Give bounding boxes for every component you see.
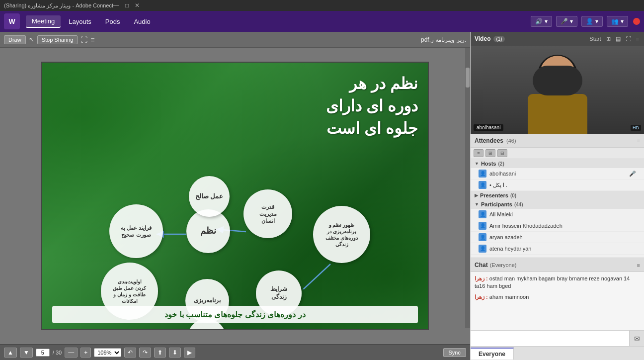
video-count: (1) <box>493 36 504 42</box>
window-controls[interactable]: — □ ✕ <box>113 2 140 9</box>
mic-icon: 🎤 <box>561 18 568 25</box>
video-hd-badge: HD <box>631 125 641 131</box>
chat-sender-1: زهرا : <box>475 275 488 281</box>
chat-send-button[interactable]: ✉ <box>629 331 644 346</box>
download-btn[interactable]: ⬇ <box>169 348 181 358</box>
diagram: نظم عمل صالح فرایند عمل بهصورت صحیح قدرت… <box>62 132 408 289</box>
mic-arrow: ▾ <box>570 18 573 25</box>
chat-text-2: aham mamnoon <box>489 294 529 300</box>
attendees-title: Attendees <box>475 137 503 144</box>
options-icon[interactable]: ≡ <box>90 36 94 44</box>
undo-btn[interactable]: ↶ <box>124 348 136 358</box>
everyone-tab[interactable]: Everyone <box>471 348 514 360</box>
attendees-options-icon[interactable]: ≡ <box>637 138 640 144</box>
slide-caption: در دوره‌های زندگی جلوه‌های متناسب با خود <box>52 306 418 323</box>
app-logo: W <box>4 13 20 29</box>
chat-footer: Everyone <box>471 346 644 360</box>
menu-meeting[interactable]: Meeting <box>26 15 61 28</box>
present-btn[interactable]: ▶ <box>184 348 195 358</box>
chat-options-icon[interactable]: ≡ <box>637 262 640 268</box>
prev-page-btn[interactable]: ▲ <box>4 348 17 358</box>
att-aryan: 👤 aryan azadeh <box>471 232 644 243</box>
att-name-host2: • ‌ا پکل . <box>489 182 636 188</box>
zoom-in-btn[interactable]: + <box>80 348 91 358</box>
sync-button[interactable]: Sync <box>443 348 466 357</box>
chat-header: Chat (Everyone) ≡ <box>471 258 644 272</box>
circle-zohour: ظهور نظم وبرنامه‌ریزی دردوره‌های مختلفزن… <box>313 206 370 263</box>
attendees-header: Attendees (46) ≡ <box>471 134 644 148</box>
attendees-thumb-view-btn[interactable]: ⊟ <box>497 149 507 157</box>
minimize-btn[interactable]: — <box>113 2 119 9</box>
video-title: Video <box>475 35 490 42</box>
stop-sharing-button[interactable]: Stop Sharing <box>37 35 78 44</box>
sharing-panel: Draw ↖ Stop Sharing ⛶ ≡ .ریز ویپرنامه ر.… <box>0 32 470 360</box>
mic-btn[interactable]: 🎤 ▾ <box>556 16 577 27</box>
redo-btn[interactable]: ↷ <box>139 348 151 358</box>
camera-btn[interactable]: 👤 ▾ <box>581 16 603 27</box>
chat-messages: زهرا : ostad man mykham bagam bray brnam… <box>471 272 644 330</box>
menubar: W Meeting Layouts Pods Audio 🔊 ▾ 🎤 ▾ 👤 ▾… <box>0 11 644 32</box>
pointer-icon[interactable]: ↖ <box>29 36 34 43</box>
presenters-count: (0) <box>510 193 516 198</box>
video-header: Video (1) Start ⊞ ▤ ⛶ ≡ <box>471 32 644 46</box>
participants-count: (44) <box>514 202 523 207</box>
person-background <box>471 46 644 134</box>
att-avatar-abolhasani: 👤 <box>479 170 486 178</box>
presenters-label: Presenters <box>480 192 508 198</box>
person-hijab <box>533 66 582 95</box>
zoom-out-btn[interactable]: — <box>65 348 78 358</box>
presenters-group[interactable]: ▶ Presenters (0) <box>471 191 644 200</box>
att-avatar-aryan: 👤 <box>479 233 486 241</box>
att-avatar-ali: 👤 <box>479 210 486 218</box>
presenters-arrow: ▶ <box>475 193 478 198</box>
audio-btn[interactable]: 🔊 ▾ <box>531 16 552 27</box>
video-participant-label: abolhasani <box>474 124 503 131</box>
att-name-amir: Amir hossein Khodadadzadeh <box>489 223 636 229</box>
attendees-toolbar: ≡ ⊞ ⊟ <box>471 148 644 159</box>
sharing-filename: .ریز ویپرنامه ر.pdf <box>97 36 466 43</box>
fullscreen-icon[interactable]: ⛶ <box>80 36 87 44</box>
att-name-aryan: aryan azadeh <box>489 234 636 240</box>
chat-section: Chat (Everyone) ≡ زهرا : ostad man mykha… <box>471 258 644 360</box>
video-options-icon[interactable]: ≡ <box>636 36 639 42</box>
menu-pods[interactable]: Pods <box>99 16 126 27</box>
share-btn[interactable]: 👥 ▾ <box>607 16 628 27</box>
close-btn[interactable]: ✕ <box>135 2 140 9</box>
hosts-arrow: ▼ <box>475 161 479 166</box>
right-panel: Video (1) Start ⊞ ▤ ⛶ ≡ abolhasani HD <box>470 32 644 360</box>
svg-line-2 <box>296 264 330 289</box>
sharing-toolbar: Draw ↖ Stop Sharing ⛶ ≡ .ریز ویپرنامه ر.… <box>0 32 470 48</box>
chat-input[interactable] <box>471 331 629 346</box>
chat-input-row: ✉ <box>471 330 644 346</box>
next-page-btn[interactable]: ▼ <box>20 348 33 358</box>
menu-layouts[interactable]: Layouts <box>63 16 97 27</box>
video-fullscreen-icon[interactable]: ⛶ <box>626 36 631 42</box>
att-ali-maleki: 👤 Ali Maleki <box>471 209 644 220</box>
share-icon: 👥 <box>611 18 619 25</box>
hosts-label: Hosts <box>481 161 496 167</box>
video-grid-icon[interactable]: ⊞ <box>606 36 611 42</box>
att-mic-abolhasani: 🎤 <box>629 171 636 177</box>
draw-button[interactable]: Draw <box>4 35 26 44</box>
video-start-btn[interactable]: Start <box>589 36 601 42</box>
record-button[interactable] <box>633 18 640 25</box>
camera-icon: 👤 <box>586 18 593 25</box>
att-name-ali: Ali Maleki <box>489 211 636 217</box>
participants-group[interactable]: ▼ Participants (44) <box>471 200 644 209</box>
participants-arrow: ▼ <box>475 202 479 207</box>
attendees-grid-view-btn[interactable]: ⊞ <box>485 149 495 157</box>
attendees-list-view-btn[interactable]: ≡ <box>474 149 483 157</box>
att-atena: 👤 atena heydariyan <box>471 243 644 255</box>
circle-amal-saleh: عمل صالح <box>189 176 230 217</box>
menu-audio[interactable]: Audio <box>128 16 156 27</box>
chat-msg-1: زهرا : ostad man mykham bagam bray brnam… <box>475 275 640 290</box>
upload-btn[interactable]: ⬆ <box>154 348 166 358</box>
slide-content: نظم در هر دوره ای دارای جلوه ای است <box>41 62 429 330</box>
hosts-group[interactable]: ▼ Hosts (2) <box>471 159 644 168</box>
att-avatar-atena: 👤 <box>479 245 486 253</box>
video-layout-icon[interactable]: ▤ <box>616 36 621 42</box>
zoom-select[interactable]: 109% 100% 75% 50% <box>94 348 121 357</box>
page-input[interactable] <box>36 349 50 357</box>
circle-farayand: فرایند عمل بهصورت صحیح <box>109 204 163 258</box>
maximize-btn[interactable]: □ <box>125 2 129 9</box>
